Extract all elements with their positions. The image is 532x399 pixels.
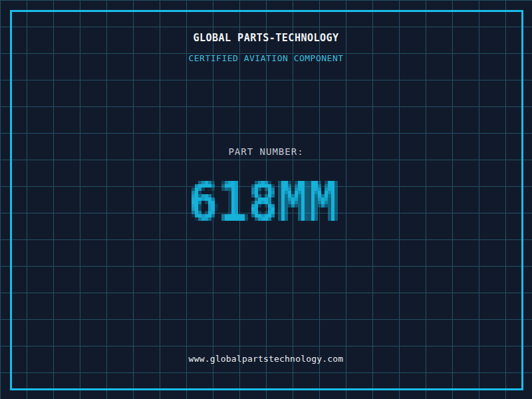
website-url: www.globalpartstechnology.com xyxy=(0,353,532,365)
blueprint-background: GLOBAL PARTS-TECHNOLOGY CERTIFIED AVIATI… xyxy=(0,0,532,399)
part-number-label: PART NUMBER: xyxy=(0,146,532,158)
part-number-display: 618MM xyxy=(0,174,532,227)
certification-tagline: CERTIFIED AVIATION COMPONENT xyxy=(0,53,532,64)
company-name: GLOBAL PARTS-TECHNOLOGY xyxy=(0,32,532,44)
part-number-value-pixelated xyxy=(188,174,344,227)
